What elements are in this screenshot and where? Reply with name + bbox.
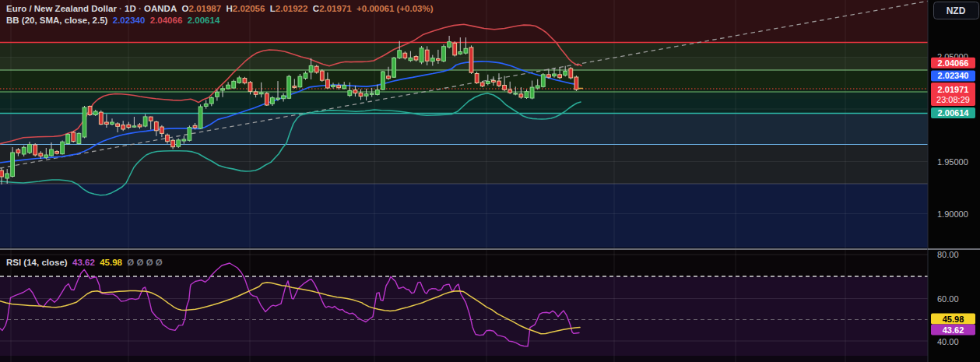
- svg-text:2.01971: 2.01971: [938, 85, 969, 94]
- svg-text:RSI (14, close) 43.62 45.98: RSI (14, close) 43.62 45.98 Ø Ø Ø Ø: [6, 258, 163, 267]
- svg-text:Euro / New Zealand Dollar · 1D: Euro / New Zealand Dollar · 1D · OANDA O…: [6, 4, 434, 13]
- svg-text:23:08:29: 23:08:29: [936, 95, 970, 104]
- svg-text:43.62: 43.62: [943, 325, 964, 335]
- svg-text:60.00: 60.00: [937, 294, 959, 304]
- svg-text:1.95000: 1.95000: [937, 157, 968, 167]
- svg-text:2.00614: 2.00614: [938, 108, 970, 118]
- svg-text:NZD: NZD: [947, 5, 966, 16]
- svg-text:80.00: 80.00: [937, 250, 959, 259]
- svg-text:1.90000: 1.90000: [937, 209, 968, 219]
- svg-text:2.04066: 2.04066: [938, 58, 969, 68]
- svg-text:45.98: 45.98: [943, 315, 964, 324]
- svg-text:2.02340: 2.02340: [938, 71, 969, 80]
- svg-text:BB (20, SMA, close, 2.5) 2.02: BB (20, SMA, close, 2.5) 2.02340 2.04066…: [6, 16, 220, 25]
- svg-text:40.00: 40.00: [937, 337, 959, 346]
